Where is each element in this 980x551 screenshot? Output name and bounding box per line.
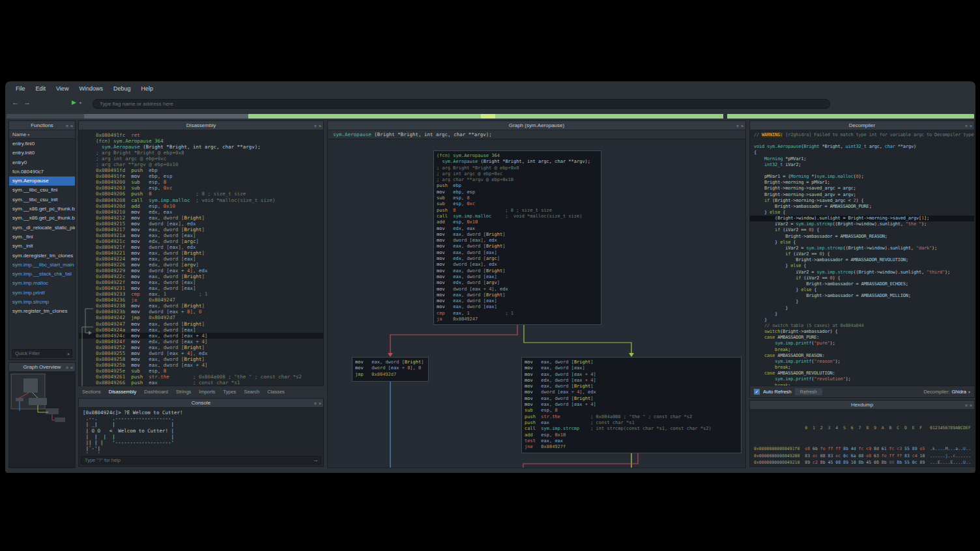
graph-overview-minimap[interactable] bbox=[9, 372, 75, 468]
code-line[interactable]: Bright->morning->saved_argc = argc; bbox=[754, 186, 974, 191]
code-line[interactable]: mov ebp, esp bbox=[437, 190, 598, 195]
function-item[interactable]: sym.register_tm_clones bbox=[9, 307, 75, 316]
code-line[interactable]: 0x08049258 mov eax, dword [Bright] bbox=[96, 356, 323, 362]
code-line[interactable]: sym.Aeropause (Bright *Bright, int argc,… bbox=[333, 132, 492, 137]
close-icon[interactable]: × bbox=[970, 403, 972, 408]
code-line[interactable] bbox=[754, 168, 974, 174]
code-line[interactable]: if (Bright->morning->saved_argc < 2) { bbox=[754, 198, 974, 204]
code-line[interactable]: 0x08049226 mov edx, dword [argv] bbox=[96, 262, 323, 268]
hexdump-row[interactable]: 0x0000000008049210 89 c2 8b 45 08 89 10 … bbox=[754, 459, 974, 466]
code-line[interactable]: jne 0x804927f bbox=[525, 444, 738, 450]
code-line[interactable]: { bbox=[754, 150, 974, 156]
code-line[interactable]: break; bbox=[754, 365, 974, 371]
code-line[interactable]: switch(Bright->ambassador) { bbox=[754, 329, 974, 335]
code-line[interactable]: void sym.Aeropause(Bright *Bright, uint3… bbox=[754, 144, 974, 150]
code-line[interactable]: mov eax, dword [Bright] bbox=[437, 232, 598, 238]
code-line[interactable]: mov eax, dword [Bright] bbox=[525, 360, 738, 365]
seek-segment[interactable] bbox=[727, 114, 974, 119]
code-line[interactable]: mov eax, dword [Bright] bbox=[525, 396, 738, 402]
code-line[interactable]: 0x08049247 mov eax, dword [Bright] bbox=[96, 321, 323, 327]
code-line[interactable]: } bbox=[754, 299, 974, 305]
code-line[interactable]: 0x08049266 push eax ; const char *s1 bbox=[96, 380, 323, 386]
code-line[interactable]: 0x08049212 mov eax, dword [Bright] bbox=[96, 215, 323, 221]
code-line[interactable]: mov eax, dword [eax] bbox=[525, 365, 738, 371]
code-line[interactable]: 0x0804921a mov eax, dword [eax] bbox=[96, 233, 323, 238]
back-icon[interactable]: ← bbox=[12, 98, 19, 106]
code-line[interactable]: mov eax, dword [eax + 4] bbox=[522, 372, 741, 378]
code-line[interactable]: push 8 ; 8 ; size_t size bbox=[437, 208, 598, 214]
code-line[interactable]: 0x0804920d add esp, 0x10 bbox=[96, 203, 323, 209]
seek-segment[interactable] bbox=[84, 114, 248, 119]
code-line[interactable]: mov eax, dword [eax] bbox=[437, 274, 598, 280]
code-line[interactable]: 0x08049210 mov edx, eax bbox=[96, 209, 323, 215]
function-item[interactable]: sym.imp.printf bbox=[9, 289, 75, 298]
close-icon[interactable]: × bbox=[741, 124, 743, 128]
code-line[interactable] bbox=[754, 138, 974, 144]
code-line[interactable]: call sym.imp.malloc ; void *malloc(size_… bbox=[437, 214, 598, 219]
code-line[interactable]: 0x08049203 sub esp, 0xc bbox=[96, 185, 323, 191]
code-line[interactable]: } else { bbox=[754, 210, 974, 216]
code-line[interactable]: sym.imp.printf("revolution"); bbox=[754, 376, 974, 382]
forward-icon[interactable]: → bbox=[23, 98, 31, 106]
tab-classes[interactable]: Classes bbox=[263, 389, 289, 395]
tab-dashboard[interactable]: Dashboard bbox=[140, 389, 172, 395]
name-column-header[interactable]: Name ▾ bbox=[9, 130, 75, 139]
close-icon[interactable]: × bbox=[70, 124, 73, 128]
function-item[interactable]: sym._fini bbox=[9, 233, 75, 242]
code-line[interactable]: mov eax, dword [eax] bbox=[437, 304, 598, 310]
code-line[interactable]: 0x080491fd push ebp bbox=[96, 167, 323, 173]
menu-help[interactable]: Help bbox=[136, 85, 158, 92]
function-item[interactable]: entry.init0 bbox=[9, 148, 75, 158]
code-line[interactable]: } else { bbox=[754, 240, 974, 246]
panel-menu-icon[interactable]: ≡ bbox=[66, 124, 68, 128]
code-line[interactable]: 0x0804922c mov eax, dword [Bright] bbox=[96, 274, 323, 279]
code-line[interactable]: 0x08049221 mov eax, dword [Bright] bbox=[96, 250, 323, 256]
code-line[interactable]: case AMBASSADOR_PURE: bbox=[754, 335, 974, 341]
code-line[interactable]: 0x0804921c mov edx, dword [argc] bbox=[96, 238, 323, 244]
code-line[interactable]: 0x08049231 mov eax, dword [eax] bbox=[96, 285, 323, 291]
function-item[interactable]: sym.__libc_csu_init bbox=[9, 195, 75, 205]
code-line[interactable]: 0x0804924f mov edx, dword [eax + 4] bbox=[96, 339, 323, 345]
tab-imports[interactable]: Imports bbox=[195, 389, 219, 395]
code-line[interactable]: pMVar1 = (Morning *)sym.imp.malloc(8); bbox=[754, 174, 974, 180]
code-line[interactable]: int32_t iVar2; bbox=[754, 162, 974, 168]
code-line[interactable]: mov eax, dword [Bright] bbox=[437, 268, 598, 274]
address-input[interactable] bbox=[93, 99, 830, 109]
close-icon[interactable]: × bbox=[70, 365, 73, 370]
code-line[interactable]: mov edx, dword [argv] bbox=[437, 280, 598, 286]
decompiler-select[interactable]: Ghidra bbox=[951, 389, 966, 395]
function-item[interactable]: sym.Aeropause bbox=[9, 177, 75, 186]
code-line[interactable]: cmp eax, 1 ; 1 bbox=[437, 311, 598, 317]
code-line[interactable]: mov eax, dword [eax] bbox=[437, 298, 598, 304]
code-line[interactable]: ; arg Bright *Bright @ ebp+0x8 bbox=[437, 165, 598, 171]
code-line[interactable]: iVar2 = sym.imp.strcmp((Bright->window).… bbox=[754, 270, 974, 276]
code-line[interactable]: 0x08049208 call sym.imp.malloc ; void *m… bbox=[96, 197, 323, 203]
code-line[interactable]: mov dword [eax], edx bbox=[437, 238, 598, 244]
seek-bar[interactable] bbox=[7, 114, 974, 119]
code-line[interactable]: mov eax, dword [Bright] bbox=[355, 360, 425, 365]
seek-segment[interactable] bbox=[7, 114, 84, 119]
code-line[interactable]: mov dword [eax + 4], edx bbox=[525, 389, 738, 395]
console-send-icon[interactable]: → bbox=[313, 457, 319, 463]
code-line[interactable]: } else { bbox=[754, 263, 974, 269]
hexdump-row[interactable]: 0x0000000008049200 83 ec 08 83 ec 0c 6a … bbox=[754, 453, 974, 460]
code-line[interactable]: 0x0804924c mov eax, dword [eax + 4] bbox=[79, 333, 323, 339]
code-line[interactable]: 0x0804923b mov dword [eax + 8], 0 bbox=[96, 309, 323, 315]
graph-canvas[interactable]: (fcn) sym.Aeropause 364 sym.Aeropause (B… bbox=[328, 139, 745, 468]
code-line[interactable]: ; arg int argc @ ebp+0xc bbox=[96, 156, 323, 162]
panel-menu-icon[interactable]: ≡ bbox=[314, 401, 317, 406]
code-line[interactable]: if (iVar2 == 0) { bbox=[754, 251, 974, 257]
function-item[interactable]: sym._init bbox=[9, 242, 75, 251]
code-line[interactable]: 0x08049252 mov eax, dword [Bright] bbox=[96, 345, 323, 350]
code-line[interactable]: case AMBASSADOR_REVOLUTION: bbox=[754, 371, 974, 376]
tab-search[interactable]: Search bbox=[240, 389, 263, 395]
menu-debug[interactable]: Debug bbox=[108, 85, 136, 92]
code-line[interactable]: 0x08049200 sub esp, 8 bbox=[96, 179, 323, 185]
code-line[interactable]: sym.Aeropause (Bright *Bright, int argc,… bbox=[437, 159, 598, 165]
code-line[interactable]: push ebp bbox=[437, 183, 598, 189]
function-item[interactable]: sym.deregister_tm_clones bbox=[9, 251, 75, 261]
code-line[interactable]: push str.the ; 0x804a008 ; "the " ; cons… bbox=[525, 414, 738, 420]
code-line[interactable]: (Bright->window).sunlight = Bright->morn… bbox=[750, 216, 974, 221]
code-line[interactable]: } bbox=[754, 317, 974, 323]
code-line[interactable]: 0x0804925b mov eax, dword [eax + 4] bbox=[96, 362, 323, 368]
